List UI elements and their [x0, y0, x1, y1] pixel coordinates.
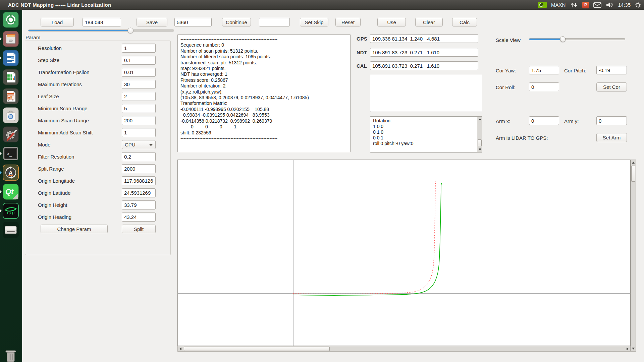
scrollbar-handle[interactable]	[631, 166, 635, 182]
cor-roll-field[interactable]	[529, 82, 559, 91]
running-indicator	[0, 190, 2, 193]
set-arm-button[interactable]: Set Arm	[596, 133, 627, 142]
session-gear-icon[interactable]	[635, 2, 641, 8]
updown-arrows-icon[interactable]	[570, 2, 578, 8]
arm-x-label: Arm x:	[496, 118, 510, 124]
cor-yaw-field[interactable]	[529, 66, 559, 74]
gpu-mode-label[interactable]: MAXN	[551, 2, 566, 8]
scroll-down-icon[interactable]	[479, 148, 481, 150]
use-button[interactable]: Use	[377, 18, 406, 26]
continue-value-field[interactable]	[259, 18, 290, 26]
origin-longitude-field[interactable]	[122, 176, 156, 185]
cor-yaw-label: Cor Yaw:	[496, 68, 516, 73]
log-output[interactable]: ----------------------------------------…	[177, 34, 351, 152]
rotation-text: Rotation: 1 0 0 0 1 0 0 0 1 roll:0 pitch…	[370, 117, 482, 148]
sequence-slider-knob[interactable]	[128, 28, 133, 34]
volume-icon[interactable]	[606, 2, 613, 8]
scroll-up-icon[interactable]	[479, 118, 481, 120]
set-cor-button[interactable]: Set Cor	[596, 82, 627, 92]
calc-button[interactable]: Calc	[452, 18, 477, 26]
scroll-up-icon[interactable]	[632, 162, 635, 164]
ndt-field[interactable]	[370, 48, 478, 57]
param-group-title: Param	[25, 35, 40, 40]
dock-trash[interactable]	[3, 349, 19, 362]
continue-button[interactable]: Conitinue	[222, 18, 251, 26]
mail-icon[interactable]	[593, 2, 601, 8]
save-value-field[interactable]	[174, 18, 212, 26]
pinyin-input-icon[interactable]: P	[582, 2, 589, 8]
minimum-scan-range-field[interactable]	[122, 104, 156, 113]
dock-libreoffice-calc[interactable]	[3, 69, 19, 85]
running-indicator	[0, 37, 2, 41]
reset-button[interactable]: Reset	[335, 18, 361, 26]
scroll-left-icon[interactable]	[179, 348, 181, 350]
top-menubar: ADC NDT Mapping ------ Lidar Localizatio…	[0, 0, 644, 10]
nvidia-logo-icon[interactable]	[538, 2, 547, 8]
maximum-scan-range-field[interactable]	[122, 116, 156, 125]
svg-text:A: A	[9, 170, 13, 176]
cor-pitch-label: Cor Pitch:	[564, 68, 586, 73]
param-label: Maximum Scan Range	[38, 118, 89, 123]
sequence-slider[interactable]	[28, 29, 174, 32]
scroll-right-icon[interactable]	[627, 348, 629, 350]
param-label: Filter Resolution	[38, 154, 74, 160]
map-plot-canvas[interactable]	[177, 160, 631, 346]
gps-track-line	[293, 181, 436, 294]
dock-ubuntu-dash[interactable]	[3, 12, 19, 28]
svg-text:>_: >_	[7, 151, 12, 157]
dock-lidar-viewer[interactable]	[3, 203, 19, 219]
dock-libreoffice-writer[interactable]	[3, 50, 19, 66]
save-button[interactable]: Save	[137, 18, 167, 26]
dock-ubuntu-software[interactable]	[3, 107, 19, 123]
arm-x-field[interactable]	[529, 116, 559, 125]
running-indicator-active	[0, 171, 2, 174]
scroll-down-icon[interactable]	[632, 348, 635, 350]
scrollbar-handle[interactable]	[478, 139, 482, 146]
system-tray: MAXN P 14:35	[538, 0, 641, 10]
dock-libreoffice-impress[interactable]	[3, 88, 19, 104]
origin-heading-field[interactable]	[122, 213, 156, 222]
running-indicator	[0, 152, 2, 155]
transformation-epsilon-field[interactable]	[122, 68, 156, 77]
gps-field[interactable]	[370, 34, 478, 43]
load-value-field[interactable]	[83, 18, 121, 26]
maximum-iterations-field[interactable]	[122, 80, 156, 89]
param-label: Transformation Epsilon	[38, 69, 90, 75]
param-label: Resolution	[38, 45, 62, 51]
origin-height-field[interactable]	[122, 200, 156, 209]
minimum-add-scan-shift-field[interactable]	[122, 128, 156, 137]
split-range-field[interactable]	[122, 164, 156, 173]
trajectory-plot	[178, 160, 630, 346]
load-button[interactable]: Load	[41, 18, 74, 26]
scrollbar-handle[interactable]	[184, 347, 330, 351]
change-param-button[interactable]: Change Param	[41, 225, 108, 233]
resolution-field[interactable]	[122, 44, 156, 53]
preview-box	[370, 75, 482, 112]
scale-slider[interactable]	[529, 38, 625, 40]
dock-software-updater[interactable]: A	[3, 165, 19, 181]
rotation-output[interactable]: Rotation: 1 0 0 0 1 0 0 0 1 roll:0 pitch…	[370, 116, 482, 153]
mode-dropdown[interactable]: CPU	[122, 140, 156, 149]
plot-hscrollbar[interactable]	[177, 346, 631, 352]
clock-label[interactable]: 14:35	[618, 2, 631, 8]
cal-field[interactable]	[370, 61, 478, 70]
dock-system-settings[interactable]	[3, 126, 19, 142]
dock-qt-creator[interactable]: Qt	[3, 184, 19, 200]
origin-latitude-field[interactable]	[122, 188, 156, 197]
dock-disk-drive[interactable]	[3, 222, 19, 238]
split-button[interactable]: Split	[122, 225, 156, 233]
clear-button[interactable]: Clear	[415, 18, 443, 26]
param-label: Step Size	[38, 57, 59, 63]
dock-terminal[interactable]: >_	[3, 145, 19, 162]
rotation-scrollbar[interactable]	[477, 117, 482, 152]
dock-file-manager[interactable]	[3, 31, 19, 47]
set-skip-button[interactable]: Set Skip	[300, 18, 328, 26]
leaf-size-field[interactable]	[122, 92, 156, 101]
cor-pitch-field[interactable]	[596, 66, 627, 74]
plot-vscrollbar[interactable]	[631, 160, 636, 352]
step-size-field[interactable]	[122, 56, 156, 65]
filter-resolution-field[interactable]	[122, 152, 156, 161]
scale-slider-knob[interactable]	[560, 37, 566, 42]
param-group: Resolution Step Size Transformation Epsi…	[25, 41, 171, 255]
arm-y-field[interactable]	[596, 116, 627, 125]
